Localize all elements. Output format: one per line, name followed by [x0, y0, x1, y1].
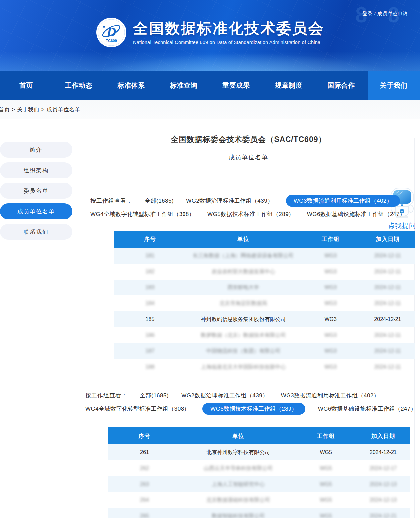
table-row[interactable]: 265数据智能科技有限公司WG52024-12-21 [108, 508, 410, 518]
table-cell: 北京市海淀区数据局 [186, 295, 300, 311]
cell-text: 2024-12-17 [370, 465, 397, 471]
svg-text:TC609: TC609 [106, 39, 117, 43]
filter-option[interactable]: WG5数据技术标准工作组（289） [207, 210, 294, 218]
filter-option[interactable]: WG5数据技术标准工作组（289） [202, 403, 305, 415]
table-cell: 2024-12-11 [361, 343, 415, 359]
column-header: 序号 [108, 427, 181, 444]
cell-text: 2024-12-21 [370, 449, 397, 455]
filter-row: 按工作组查看：全部(1685)WG2数据治理标准工作组（439）WG3数据流通利… [90, 195, 420, 207]
table-cell: 2024-12-11 [361, 248, 415, 264]
svg-text:D: D [106, 25, 116, 39]
brand: D TC609 全国数据标准化技术委员会 National Technical … [96, 17, 324, 48]
table-cell: 2024-12-11 [361, 280, 415, 295]
table-row[interactable]: 261北京神州数字科技有限公司WG52024-12-21 [108, 444, 410, 460]
cell-text: WG5 [320, 513, 332, 518]
table-row[interactable]: 186数梦数据（北京）数据技术有限公司WG32024-12-11 [114, 327, 415, 343]
cell-text: 184 [146, 300, 155, 306]
sidebar-item-2[interactable]: 组织架构 [0, 162, 72, 178]
table-cell: 2024-12-11 [361, 327, 415, 343]
nav-item-8[interactable]: 关于我们 [368, 71, 420, 100]
nav-item-2[interactable]: 工作动态 [53, 71, 105, 100]
cell-text: 263 [140, 481, 149, 487]
table-cell: 184 [114, 295, 186, 311]
nav-item-4[interactable]: 标准查询 [158, 71, 210, 100]
breadcrumb[interactable]: 首页 > 关于我们 > 成员单位名单 [0, 106, 80, 113]
table-cell: 186 [114, 327, 186, 343]
filter-option[interactable]: WG6数据基础设施标准工作组（247） [307, 210, 406, 218]
sidebar-item-5[interactable]: 联系我们 [0, 224, 72, 240]
table-cell: WG3 [300, 359, 361, 375]
table-header-row: 序号单位工作组加入日期 [108, 427, 410, 444]
cell-text: 182 [146, 269, 155, 275]
member-table-wg3: 序号单位工作组加入日期181长三角数据（上海）网络建设设备有限公司WG32024… [114, 231, 415, 375]
login-link[interactable]: 登录 / 成员单位申请 [362, 11, 408, 17]
filter-option[interactable]: WG4全域数字化转型标准工作组（308） [85, 405, 190, 413]
cell-text: 北京神州数字科技有限公司 [206, 449, 270, 456]
filter-option[interactable]: WG6数据基础设施标准工作组（247） [318, 405, 417, 413]
filter-option[interactable]: WG4全域数字化转型标准工作组（308） [90, 210, 195, 218]
table-row[interactable]: 183西安邮电大学WG32024-12-11 [114, 280, 415, 295]
sidebar-item-4[interactable]: 成员单位名单 [0, 203, 72, 219]
table-row[interactable]: 182农业农村部大数据发展中心WG32024-12-11 [114, 264, 415, 280]
table-cell: 2024-12-17 [356, 460, 410, 476]
table-cell: 2024-12-21 [356, 444, 410, 460]
table-cell: 188 [114, 359, 186, 375]
table-cell: 中国物流科技（集团）有限公司 [186, 343, 300, 359]
cell-text: 2024-12-21 [370, 513, 397, 518]
filter-option[interactable]: WG2数据治理标准工作组（439） [186, 197, 273, 205]
cell-text: 上海临港北京大学国际科技创新中心 [201, 364, 286, 371]
table-cell: WG5 [295, 444, 356, 460]
table-cell: 265 [108, 508, 181, 518]
main-nav: 首页工作动态标准体系标准查询重要成果规章制度国际合作关于我们 [0, 71, 420, 100]
nav-item-3[interactable]: 标准体系 [105, 71, 158, 100]
table-row[interactable]: 187中国物流科技（集团）有限公司WG32024-12-11 [114, 343, 415, 359]
table-row[interactable]: 181长三角数据（上海）网络建设设备有限公司WG32024-12-11 [114, 248, 415, 264]
nav-item-5[interactable]: 重要成果 [210, 71, 263, 100]
table-cell: 北京神州数字科技有限公司 [181, 444, 296, 460]
column-header: 工作组 [300, 231, 361, 248]
cell-text: 中国物流科技（集团）有限公司 [206, 348, 280, 355]
cell-text: 262 [140, 465, 149, 471]
filter-row: WG4全域数字化转型标准工作组（308）WG5数据技术标准工作组（289）WG6… [85, 403, 420, 415]
table-row[interactable]: 185神州数码信息服务集团股份有限公司WG32024-12-21 [114, 311, 415, 327]
table-cell: WG3 [300, 264, 361, 280]
nav-item-7[interactable]: 国际合作 [315, 71, 368, 100]
page: 8 8 登录 / 成员单位申请 D TC609 全国数据标准化技术委员会 Nat… [0, 0, 420, 518]
cell-text: WG5 [320, 449, 332, 455]
filter-option[interactable]: 全部(1685) [145, 197, 174, 205]
filter-option[interactable]: WG3数据流通利用标准工作组（402） [281, 392, 380, 399]
table-cell: 182 [114, 264, 186, 280]
filter-option[interactable]: WG2数据治理标准工作组（439） [181, 392, 268, 399]
cell-text: 2024-12-11 [374, 285, 401, 290]
sidebar-item-3[interactable]: 委员名单 [0, 183, 72, 199]
table-cell: WG3 [300, 311, 361, 327]
filter-option[interactable]: WG3数据流通利用标准工作组（402） [286, 195, 400, 207]
filter-option[interactable]: 全部(1685) [140, 392, 169, 399]
table-row[interactable]: 188上海临港北京大学国际科技创新中心WG32024-12-11 [114, 359, 415, 375]
cell-text: 2024-12-11 [374, 253, 401, 259]
sidebar-item-1[interactable]: 简介 [0, 142, 72, 158]
cell-text: WG3 [325, 285, 337, 290]
filter-group-wg5: 按工作组查看：全部(1685)WG2数据治理标准工作组（439）WG3数据流通利… [77, 389, 420, 415]
column-header: 工作组 [295, 427, 356, 444]
table-row[interactable]: 263上海人工智能研究中心WG52024-12-13 [108, 476, 410, 492]
cell-text: 神州数码信息服务集团股份有限公司 [201, 316, 286, 323]
table-cell: 北京数据基础科技有限公司 [181, 492, 296, 508]
nav-item-6[interactable]: 规章制度 [263, 71, 315, 100]
table-row[interactable]: 264北京数据基础科技有限公司WG52024-12-13 [108, 492, 410, 508]
cell-text: 183 [146, 285, 155, 290]
cell-text: 188 [146, 364, 155, 370]
cell-text: WG5 [320, 481, 332, 487]
cell-text: WG3 [325, 253, 337, 259]
column-header: 加入日期 [361, 231, 415, 248]
site-subtitle: National Technical Committee 609 on Data… [133, 40, 324, 45]
nav-item-1[interactable]: 首页 [0, 71, 53, 100]
table-row[interactable]: 184北京市海淀区数据局WG32024-12-11 [114, 295, 415, 311]
table-row[interactable]: 262山西云天半导体科技有限公司WG52024-12-17 [108, 460, 410, 476]
cell-text: 2024-12-11 [374, 300, 401, 306]
cell-text: 2024-12-13 [370, 497, 397, 503]
cell-text: 265 [140, 513, 149, 518]
table-cell: WG3 [300, 248, 361, 264]
site-title: 全国数据标准化技术委员会 [133, 20, 324, 37]
cell-text: WG3 [325, 300, 337, 306]
